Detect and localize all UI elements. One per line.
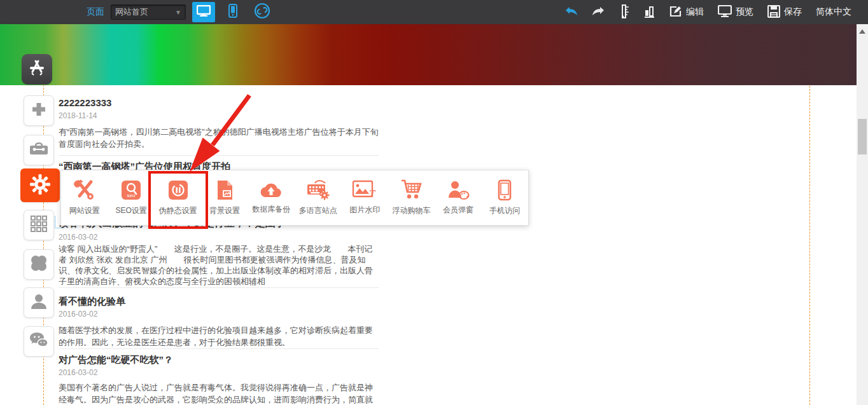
ruler-button[interactable] — [620, 4, 630, 20]
sidebar-item-app-logo[interactable] — [22, 54, 52, 85]
preview-monitor-icon — [718, 5, 732, 20]
redo-button[interactable] — [592, 6, 606, 18]
article-date: 2016-03-02 — [59, 310, 379, 319]
article-subtitle-clipped: 读客 闯入出版业的“野蛮人”：这是行业，不是圈子 — [59, 225, 379, 231]
sidebar-item-member[interactable] — [24, 287, 54, 318]
page-label: 页面 — [87, 6, 104, 18]
link-icon — [254, 3, 270, 22]
sidebar-item-modules[interactable] — [24, 210, 54, 240]
article-date: 2018-11-14 — [59, 111, 379, 121]
menu-item-label: 网站设置 — [69, 205, 100, 216]
selection-outline-fragment — [55, 216, 62, 228]
language-switcher[interactable]: 简体中文 — [816, 6, 851, 18]
menu-item-site-settings[interactable]: 网站设置 — [61, 170, 108, 225]
cloud-backup-icon — [258, 181, 284, 200]
stats-icon — [644, 5, 655, 20]
menu-item-label: 背景设置 — [209, 205, 240, 216]
menu-item-label: 图片水印 — [349, 205, 380, 216]
sidebar-item-wechat[interactable] — [24, 326, 54, 357]
stats-button[interactable] — [644, 5, 655, 20]
preview-label: 预览 — [736, 6, 753, 18]
page-scrollbar[interactable] — [857, 24, 868, 405]
menu-item-pseudo-static-settings[interactable]: 伪静态设置 — [155, 170, 201, 225]
toolbox-icon — [29, 141, 48, 159]
settings-popup-menu: 网站设置 seo SEO设置 伪静态设置 背景设置 数据库备份 多语言站点 T — [60, 170, 529, 226]
news-article[interactable]: 2222223333 2018-11-14 有“西南第一高钢塔，四川第二高电视塔… — [59, 97, 379, 150]
menu-item-member-popup[interactable]: 会员弹窗 — [435, 170, 481, 225]
article-date: 2016-03-02 — [59, 368, 379, 378]
sidebar-item-settings[interactable] — [20, 168, 60, 202]
wechat-chat-icon — [29, 332, 48, 351]
app-store-icon — [27, 58, 46, 80]
article-excerpt: 美国有个著名的广告人说过，广告就是有毒气体。我觉得说得再准确一点，广告就是神经毒… — [59, 381, 379, 405]
article-title[interactable]: 对广告怎能“吃硬不吃软”？ — [59, 354, 379, 366]
news-article[interactable]: 看不懂的化验单 2016-03-02 随着医学技术的发展，在医疗过程中进行的化验… — [59, 295, 379, 348]
preview-button[interactable]: 预览 — [718, 5, 753, 20]
menu-item-multilang-site[interactable]: 多语言站点 — [295, 170, 341, 225]
background-page-icon — [215, 179, 234, 201]
menu-item-label: 手机访问 — [489, 205, 520, 216]
mobile-view-button[interactable] — [221, 2, 244, 22]
chevron-down-icon: ▼ — [175, 9, 181, 16]
plugins-clover-icon — [30, 254, 48, 275]
seo-search-icon: seo — [120, 179, 142, 201]
article-title[interactable]: 看不懂的化验单 — [59, 295, 379, 308]
desktop-icon — [197, 5, 211, 19]
cart-icon — [400, 179, 423, 201]
top-toolbar: 页面 网站首页 ▼ — [0, 0, 868, 24]
menu-item-label: 会员弹窗 — [443, 205, 473, 216]
sidebar-item-toolbox[interactable] — [24, 135, 54, 165]
mobile-icon — [228, 4, 237, 20]
site-tools-icon — [73, 179, 96, 201]
save-icon — [767, 5, 780, 20]
menu-item-image-watermark[interactable]: T 图片水印 — [341, 170, 388, 225]
news-article[interactable]: 对广告怎能“吃硬不吃软”？ 2016-03-02 美国有个著名的广告人说过，广告… — [59, 354, 379, 405]
sidebar-item-add[interactable] — [24, 95, 54, 126]
link-button[interactable] — [251, 2, 274, 22]
article-excerpt: 随着医学技术的发展，在医疗过程中进行的化验项目越来越多，它对诊断疾病起着重要的作… — [59, 324, 379, 348]
edit-icon — [669, 5, 682, 20]
edit-button[interactable]: 编辑 — [669, 5, 704, 20]
menu-item-label: 数据库备份 — [252, 204, 290, 215]
page-select-dropdown[interactable]: 网站首页 ▼ — [111, 4, 186, 20]
save-label: 保存 — [784, 6, 802, 18]
article-divider — [59, 287, 379, 288]
layout-guide-right — [809, 86, 810, 405]
pseudo-static-icon — [167, 179, 189, 201]
svg-text:seo: seo — [127, 193, 136, 198]
hero-gradient-banner — [0, 24, 857, 85]
article-excerpt: 读客 闯入出版业的“野蛮人” 这是行业，不是圈子。这是生意，不是沙龙 本刊记者 … — [59, 244, 379, 287]
sidebar-item-plugins[interactable] — [24, 249, 54, 280]
menu-item-seo-settings[interactable]: seo SEO设置 — [108, 170, 154, 225]
news-list: 2222223333 2018-11-14 有“西南第一高钢塔，四川第二高电视塔… — [59, 97, 379, 405]
undo-button[interactable] — [564, 6, 578, 18]
scrollbar-thumb[interactable] — [858, 119, 867, 154]
member-icon — [30, 292, 48, 313]
menu-item-mobile-access[interactable]: 手机访问 — [482, 170, 528, 225]
menu-item-label: 浮动购物车 — [393, 205, 431, 216]
member-popup-icon — [447, 180, 470, 200]
article-divider — [59, 155, 379, 156]
article-divider — [59, 348, 379, 349]
menu-item-label: 多语言站点 — [299, 205, 337, 216]
edit-label: 编辑 — [686, 6, 704, 18]
desktop-view-button[interactable] — [192, 2, 215, 22]
article-excerpt: 有“西南第一高钢塔，四川第二高电视塔”之称的德阳广播电视塔主塔广告位将于本月下旬… — [59, 126, 379, 150]
layout-guide-left — [43, 85, 44, 405]
save-button[interactable]: 保存 — [767, 5, 802, 20]
scroll-up-arrow-icon[interactable] — [859, 29, 865, 34]
menu-item-label: 伪静态设置 — [159, 205, 197, 216]
svg-text:T: T — [369, 188, 376, 199]
article-title[interactable]: 2222223333 — [59, 97, 379, 109]
menu-item-database-backup[interactable]: 数据库备份 — [248, 170, 295, 225]
settings-gear-icon — [29, 174, 51, 198]
modules-grid-icon — [31, 216, 47, 235]
watermark-image-icon: T — [352, 180, 377, 200]
menu-item-label: SEO设置 — [115, 205, 146, 216]
ruler-icon — [620, 4, 630, 20]
menu-item-background-settings[interactable]: 背景设置 — [201, 170, 248, 225]
menu-item-floating-cart[interactable]: 浮动购物车 — [388, 170, 435, 225]
add-icon — [31, 101, 47, 120]
multilang-keyboard-icon — [306, 179, 330, 201]
article-date: 2016-03-02 — [59, 233, 379, 242]
